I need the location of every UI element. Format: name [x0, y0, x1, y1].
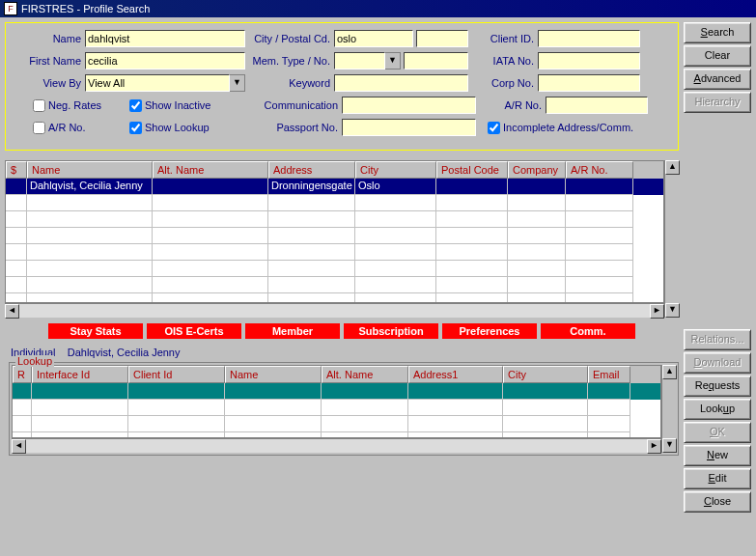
table-row[interactable] [6, 277, 663, 293]
table-row[interactable] [6, 261, 663, 277]
requests-button[interactable]: Requests [684, 375, 751, 397]
grid-v-scrollbar[interactable]: ▲▼ [664, 160, 679, 318]
clear-button[interactable]: Clear [684, 45, 751, 67]
column-header[interactable]: A/R No. [566, 161, 633, 179]
communication-input[interactable] [342, 97, 476, 114]
memtype-dropdown-icon[interactable]: ▼ [385, 52, 401, 70]
download-button[interactable]: Download [684, 352, 751, 374]
column-header[interactable]: Name [27, 161, 153, 179]
table-row[interactable] [6, 244, 663, 261]
table-cell [436, 293, 508, 302]
column-header[interactable]: Client Id [128, 366, 225, 383]
table-cell [268, 293, 355, 302]
iata-input[interactable] [538, 52, 640, 70]
table-cell [508, 277, 566, 293]
corp-input[interactable] [538, 74, 640, 92]
table-row[interactable] [13, 400, 660, 416]
table-cell [436, 179, 508, 195]
new-button[interactable]: New [684, 445, 751, 466]
label-memtype: Mem. Type / No. [245, 55, 334, 67]
hierarchy-button[interactable]: Hierarchy [684, 92, 751, 113]
column-header[interactable]: Postal Code [436, 161, 508, 179]
showinactive-checkbox[interactable]: Show Inactive [129, 99, 236, 112]
name-input[interactable] [85, 30, 245, 47]
table-cell [408, 383, 503, 400]
table-cell [566, 195, 633, 211]
postal-input[interactable] [416, 30, 468, 47]
tab-preferences[interactable]: Preferences [442, 323, 537, 339]
viewby-select[interactable] [85, 74, 230, 92]
table-cell [588, 416, 630, 432]
column-header[interactable]: Email [588, 366, 630, 383]
city-input[interactable] [334, 30, 413, 47]
individual-name[interactable]: Dahlqvist, Cecilia Jenny [68, 347, 181, 358]
column-header[interactable]: Interface Id [32, 366, 128, 383]
lookup-h-scrollbar[interactable]: ◄► [12, 438, 661, 453]
column-header[interactable]: Alt. Name [153, 161, 268, 179]
table-cell [128, 383, 225, 400]
table-cell [13, 400, 32, 416]
table-cell [508, 195, 566, 211]
viewby-dropdown-icon[interactable]: ▼ [230, 74, 245, 92]
tab-comm-[interactable]: Comm. [541, 323, 635, 339]
column-header[interactable]: Name [225, 366, 322, 383]
table-row[interactable] [13, 416, 660, 432]
ar-input[interactable] [546, 97, 648, 114]
table-cell [225, 432, 322, 437]
table-cell [225, 383, 322, 400]
table-cell [268, 277, 355, 293]
clientid-input[interactable] [538, 30, 640, 47]
table-row[interactable] [6, 293, 663, 302]
grid-h-scrollbar[interactable]: ◄► [5, 303, 664, 318]
table-cell [436, 244, 508, 261]
table-cell [268, 228, 355, 244]
tab-stay-stats[interactable]: Stay Stats [48, 323, 143, 339]
memno-input[interactable] [404, 52, 468, 70]
column-header[interactable]: Address [268, 161, 355, 179]
column-header[interactable]: City [355, 161, 436, 179]
ok-button[interactable]: OK [684, 422, 751, 443]
tab-ois-e-certs[interactable]: OIS E-Certs [147, 323, 241, 339]
column-header[interactable]: Company [508, 161, 566, 179]
arno-checkbox[interactable]: A/R No. [33, 122, 126, 134]
table-cell [508, 228, 566, 244]
negrates-checkbox[interactable]: Neg. Rates [33, 99, 126, 112]
column-header[interactable]: Alt. Name [322, 366, 408, 383]
table-cell [6, 277, 27, 293]
label-corp: Corp No. [468, 77, 538, 89]
table-row[interactable] [6, 195, 663, 211]
lookup-v-scrollbar[interactable]: ▲▼ [661, 365, 676, 453]
table-cell [436, 277, 508, 293]
tab-subscription[interactable]: Subscription [344, 323, 438, 339]
app-icon: F [4, 2, 17, 15]
table-row[interactable] [13, 383, 660, 400]
table-row[interactable] [6, 211, 663, 228]
table-cell [6, 228, 27, 244]
edit-button[interactable]: Edit [684, 468, 751, 489]
table-cell [566, 293, 633, 302]
table-row[interactable] [13, 432, 660, 437]
label-name: Name [14, 33, 85, 44]
search-button[interactable]: Search [684, 22, 751, 43]
advanced-button[interactable]: Advanced [684, 69, 751, 90]
showlookup-checkbox[interactable]: Show Lookup [129, 122, 236, 134]
firstname-input[interactable] [85, 52, 245, 70]
table-row[interactable] [6, 228, 663, 244]
tab-member[interactable]: Member [245, 323, 340, 339]
table-cell [225, 416, 322, 432]
column-header[interactable]: Address1 [408, 366, 503, 383]
incomplete-checkbox[interactable]: Incomplete Address/Comm. [488, 122, 633, 134]
table-cell [508, 211, 566, 228]
memtype-input[interactable] [334, 52, 385, 70]
column-header[interactable]: $ [6, 161, 27, 179]
table-cell [322, 383, 408, 400]
close-button[interactable]: Close [684, 491, 751, 513]
table-cell [503, 416, 588, 432]
column-header[interactable]: City [503, 366, 588, 383]
table-row[interactable]: Dahlqvist, Cecilia JennyDronningensgate … [6, 179, 663, 195]
keyword-input[interactable] [334, 74, 468, 92]
passport-input[interactable] [342, 119, 476, 136]
column-header[interactable]: R [13, 366, 32, 383]
lookup-button[interactable]: Lookup [684, 399, 751, 420]
relations-button[interactable]: Relations... [684, 329, 751, 350]
